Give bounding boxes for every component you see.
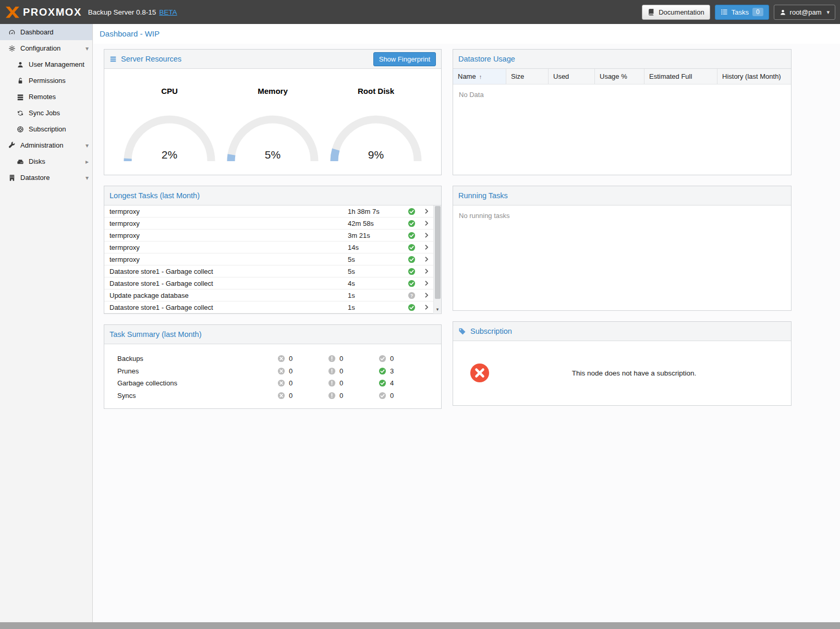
warning-count[interactable]: 0 [328,367,379,375]
chevron-right-icon[interactable] [420,244,433,251]
chevron-right-icon[interactable] [420,220,433,227]
sidebar-item-sync-jobs[interactable]: Sync Jobs [0,105,92,121]
chevron-right-icon[interactable] [420,208,433,215]
chevron-down-icon[interactable]: ▾ [86,142,89,149]
column-header-usage-[interactable]: Usage % [595,69,644,84]
task-name: termproxy [104,208,348,215]
gauge-value: 9% [326,149,425,161]
task-row[interactable]: termproxy14s [104,241,433,253]
column-header-name[interactable]: Name↑ [453,69,506,84]
datastore-usage-body: Name↑SizeUsedUsage %Estimated FullHistor… [453,69,791,174]
gauge-label: Memory [223,87,322,95]
task-row[interactable]: Datastore store1 - Garbage collect4s [104,277,433,289]
sidebar-item-configuration[interactable]: Configuration▾ [0,40,92,56]
left-column: Server Resources Show Fingerprint CPU2%M… [104,49,442,409]
chevron-down-icon[interactable]: ▾ [86,45,89,52]
task-row[interactable]: termproxy3m 21s [104,229,433,241]
column-header-size[interactable]: Size [506,69,549,84]
sidebar-item-subscription[interactable]: Subscription [0,121,92,137]
column-header-history-last-month-[interactable]: History (last Month) [717,69,791,84]
window-bottom-edge [0,622,840,629]
sidebar-item-user-management[interactable]: User Management [0,56,92,72]
gauge-root-disk: Root Disk9% [326,87,425,174]
proxmox-logo-icon [5,5,20,19]
ok-status-icon [408,232,416,239]
ok-count[interactable]: 3 [379,367,429,375]
sidebar: DashboardConfiguration▾User ManagementPe… [0,24,93,622]
book-icon [648,8,655,16]
error-count[interactable]: 0 [277,355,328,362]
support-icon [15,126,25,133]
running-tasks-header: Running Tasks [453,186,791,205]
server-list-icon [15,93,25,101]
task-row[interactable]: termproxy42m 58s [104,217,433,229]
task-row[interactable]: Datastore store1 - Garbage collect5s [104,265,433,277]
error-count[interactable]: 0 [277,367,328,375]
chevron-right-icon[interactable] [420,268,433,275]
sidebar-item-permissions[interactable]: Permissions [0,72,92,89]
error-count[interactable]: 0 [277,392,328,400]
task-duration: 1h 38m 7s [348,208,403,215]
beta-link[interactable]: BETA [159,8,177,16]
svg-text:?: ? [410,293,412,298]
warning-count[interactable]: 0 [328,392,379,400]
task-duration: 1s [348,292,403,299]
tasks-button[interactable]: Tasks 0 [715,5,769,20]
subscription-title: Subscription [470,327,512,335]
tasks-label: Tasks [732,8,749,16]
sidebar-item-dashboard[interactable]: Dashboard [0,24,92,40]
datastore-usage-header: Datastore Usage [453,50,791,69]
chevron-down-icon[interactable]: ▾ [86,174,89,182]
error-count[interactable]: 0 [277,379,328,387]
chevron-right-icon[interactable] [420,292,433,299]
task-row[interactable]: termproxy5s [104,253,433,265]
ok-count[interactable]: 0 [379,392,429,400]
running-tasks-body: No running tasks [453,205,791,310]
scrollbar-down-button[interactable]: ▾ [434,305,441,313]
datastore-grid-header: Name↑SizeUsedUsage %Estimated FullHistor… [453,69,791,84]
building-icon [7,174,17,182]
chevron-right-icon[interactable] [420,304,433,311]
task-summary-panel: Task Summary (last Month) Backups000Prun… [104,324,442,409]
chevron-right-icon[interactable] [420,232,433,239]
scrollbar-thumb[interactable] [435,206,441,299]
show-fingerprint-button[interactable]: Show Fingerprint [373,52,436,66]
user-icon [780,9,786,16]
ok-count[interactable]: 0 [379,355,429,362]
column-header-used[interactable]: Used [549,69,595,84]
sidebar-item-disks[interactable]: Disks▸ [0,153,92,170]
task-duration: 4s [348,280,403,287]
scrollbar[interactable]: ▾ [433,205,441,313]
warning-count[interactable]: 0 [328,379,379,387]
documentation-button[interactable]: Documentation [642,5,710,20]
task-name: Datastore store1 - Garbage collect [104,268,348,275]
chevron-right-icon[interactable] [420,280,433,287]
sidebar-item-label: Subscription [29,125,89,133]
running-tasks-empty-text: No running tasks [453,205,791,226]
ok-status-icon [408,220,416,227]
refresh-icon [15,110,25,117]
task-row[interactable]: Update package database1s? [104,289,433,301]
gauge-value: 5% [223,149,322,161]
sidebar-item-datastore[interactable]: Datastore▾ [0,170,92,186]
column-header-estimated-full[interactable]: Estimated Full [644,69,717,84]
user-icon [15,61,25,68]
ok-count[interactable]: 4 [379,379,429,387]
task-name: termproxy [104,256,348,263]
top-bar: PROXMOX Backup Server 0.8-15 BETA Docume… [0,0,840,24]
sidebar-item-label: Sync Jobs [29,109,89,117]
sidebar-item-administration[interactable]: Administration▾ [0,137,92,153]
topbar-actions: Documentation Tasks 0 root@pam ▾ [642,5,835,20]
unknown-status-icon: ? [408,292,416,299]
user-menu-button[interactable]: root@pam ▾ [774,5,835,20]
task-summary-row-syncs: Syncs000 [104,390,441,402]
warning-count[interactable]: 0 [328,355,379,362]
sidebar-item-remotes[interactable]: Remotes [0,89,92,105]
error-status-icon [277,379,285,387]
chevron-right-icon[interactable]: ▸ [86,158,89,165]
server-resources-header: Server Resources Show Fingerprint [104,50,441,69]
task-type-label: Garbage collections [104,379,277,387]
chevron-right-icon[interactable] [420,256,433,263]
task-row[interactable]: termproxy1h 38m 7s [104,205,433,217]
task-row[interactable]: Datastore store1 - Garbage collect1s [104,301,433,313]
